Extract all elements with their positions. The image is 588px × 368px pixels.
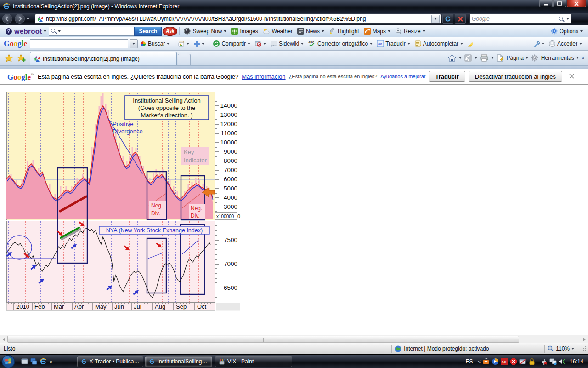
refresh-button[interactable] bbox=[442, 14, 453, 24]
disable-translation-button[interactable]: Desactivar traducción al inglés bbox=[469, 71, 562, 82]
quicklaunch-show-desktop-icon[interactable] bbox=[21, 358, 28, 365]
tray-security-alert-icon[interactable] bbox=[510, 358, 517, 365]
print-icon[interactable] bbox=[480, 54, 488, 62]
resize-grip[interactable] bbox=[581, 345, 587, 352]
tray-power-icon[interactable] bbox=[540, 358, 548, 365]
maps-icon bbox=[364, 28, 371, 34]
translate-button[interactable]: áa Traducir bbox=[377, 40, 410, 47]
webroot-search-button[interactable]: Search bbox=[134, 27, 162, 36]
address-dropdown[interactable] bbox=[431, 15, 440, 23]
add-gadget-button[interactable] bbox=[194, 41, 204, 47]
quicklaunch-switch-windows-icon[interactable] bbox=[30, 358, 38, 365]
minimize-button[interactable] bbox=[539, 0, 553, 7]
buscar-button[interactable]: Buscar bbox=[140, 40, 170, 47]
autofill-icon bbox=[415, 40, 421, 47]
window-titlebar[interactable]: InstitutionalSellingAction[2].png (image… bbox=[0, 0, 588, 13]
search-icon[interactable] bbox=[558, 16, 564, 22]
back-button[interactable] bbox=[2, 14, 12, 24]
maps-button[interactable]: Maps bbox=[364, 28, 390, 34]
active-tab[interactable]: InstitutionalSellingAction[2].png (image… bbox=[30, 52, 177, 65]
tray-lock-icon[interactable] bbox=[528, 358, 536, 365]
scroll-left-arrow[interactable] bbox=[0, 336, 7, 343]
taskbar-button-xtrader[interactable]: X-Trader • Publicar ... bbox=[77, 356, 143, 367]
svg-text:3000: 3000 bbox=[224, 203, 237, 210]
images-button[interactable]: Images bbox=[231, 28, 258, 34]
more-info-link[interactable]: Más información bbox=[242, 73, 285, 80]
status-text: Listo bbox=[4, 345, 15, 352]
tools-gear-icon[interactable] bbox=[531, 54, 538, 62]
google-search-input[interactable] bbox=[30, 39, 128, 48]
gallery-button[interactable] bbox=[178, 41, 189, 47]
start-button[interactable] bbox=[1, 354, 16, 368]
search-engine-dropdown[interactable] bbox=[566, 18, 569, 20]
tray-volume-icon[interactable] bbox=[559, 358, 566, 365]
sidewiki-button[interactable]: Sidewiki bbox=[271, 40, 304, 47]
spellcheck-button[interactable]: ABC Corrector ortográfico bbox=[308, 40, 373, 47]
tray-collapse-chevron[interactable]: < bbox=[478, 359, 481, 364]
chart-image[interactable]: Institutional Selling Action (Goes oppos… bbox=[6, 92, 241, 311]
quicklaunch-ie-icon[interactable] bbox=[40, 358, 47, 365]
new-tab-button[interactable] bbox=[178, 54, 191, 65]
paint-task-icon bbox=[219, 358, 225, 365]
scrollbar-thumb[interactable] bbox=[7, 336, 519, 343]
key-indicator-label1: Key bbox=[184, 149, 194, 155]
quicklaunch-overflow-chevron[interactable]: » bbox=[50, 359, 52, 364]
command-overflow-chevron[interactable]: » bbox=[582, 55, 584, 61]
clock[interactable]: 16:14 bbox=[570, 358, 583, 365]
language-indicator[interactable]: ES bbox=[466, 358, 473, 365]
herramientas-button[interactable]: Herramientas bbox=[541, 55, 579, 61]
scroll-right-arrow[interactable] bbox=[581, 336, 588, 343]
news-button[interactable]: News bbox=[297, 28, 324, 34]
acceder-button[interactable]: Acceder bbox=[549, 40, 582, 47]
translate-bar-close-icon[interactable] bbox=[569, 73, 574, 80]
recent-pages-dropdown[interactable] bbox=[27, 18, 29, 20]
home-icon[interactable] bbox=[448, 54, 456, 62]
rss-feed-icon[interactable] bbox=[464, 54, 472, 62]
restore-button[interactable] bbox=[553, 0, 566, 7]
compartir-button[interactable]: Compartir bbox=[213, 40, 250, 47]
svg-text:Aug: Aug bbox=[155, 303, 165, 310]
multiplier-label: x100000 bbox=[216, 214, 234, 219]
zoom-level[interactable]: 110% bbox=[556, 345, 570, 352]
highlight-button[interactable]: Highlight bbox=[329, 28, 359, 34]
images-icon bbox=[231, 28, 238, 34]
tray-media-icon[interactable] bbox=[492, 358, 499, 365]
autofill-button[interactable]: Autocompletar bbox=[415, 40, 463, 47]
stop-button[interactable] bbox=[455, 14, 466, 24]
tray-blocked-window-icon[interactable] bbox=[519, 358, 526, 365]
webroot-search-input[interactable] bbox=[49, 27, 134, 36]
upper-y-ticks bbox=[215, 101, 219, 212]
google-toolbar-logo: Google bbox=[4, 39, 27, 48]
tray-java-icon[interactable] bbox=[482, 358, 490, 365]
zoom-dropdown[interactable] bbox=[571, 348, 574, 350]
taskbar-button-paint[interactable]: VIX - Paint bbox=[215, 356, 292, 367]
toolbar-settings-button[interactable] bbox=[533, 40, 544, 47]
forward-button[interactable] bbox=[15, 14, 25, 24]
webroot-brand[interactable]: webroot bbox=[5, 27, 46, 35]
marker-icon[interactable] bbox=[467, 40, 474, 47]
search-box[interactable]: Google bbox=[469, 14, 571, 24]
close-button[interactable] bbox=[567, 0, 586, 7]
options-button[interactable]: Options bbox=[551, 28, 583, 34]
help-improve-link[interactable]: Ayúdanos a mejorar bbox=[380, 74, 425, 79]
traducir-button[interactable]: Traducir bbox=[429, 71, 465, 82]
positive-divergence-label2: Divergence bbox=[113, 128, 143, 135]
svg-text:Sep: Sep bbox=[176, 303, 187, 310]
lower-y-ticks bbox=[215, 226, 219, 298]
tray-ati-icon[interactable]: ATI bbox=[501, 358, 508, 365]
google-search-history-dropdown[interactable] bbox=[130, 39, 138, 48]
weather-button[interactable]: Weather bbox=[263, 28, 293, 34]
page-icon[interactable] bbox=[497, 54, 503, 62]
favorites-star-icon[interactable] bbox=[5, 54, 13, 63]
tray-network-icon[interactable] bbox=[549, 358, 557, 365]
add-favorite-icon[interactable] bbox=[17, 54, 26, 63]
resize-button[interactable]: Resize bbox=[395, 28, 425, 34]
taskbar-button-institutional[interactable]: InstitutionalSellingA... bbox=[145, 356, 212, 367]
address-bar-row: http://lh3.ggpht.com/_APmrYvpA45s/TLDwaK… bbox=[0, 13, 588, 25]
address-field[interactable]: http://lh3.ggpht.com/_APmrYvpA45s/TLDwaK… bbox=[35, 14, 441, 24]
pagina-button[interactable]: Página bbox=[506, 55, 528, 61]
svg-text:7000: 7000 bbox=[224, 167, 237, 173]
popup-blocker-button[interactable] bbox=[255, 40, 266, 47]
sweep-now-button[interactable]: Sweep Now bbox=[184, 28, 226, 34]
horizontal-scrollbar[interactable] bbox=[0, 335, 588, 343]
